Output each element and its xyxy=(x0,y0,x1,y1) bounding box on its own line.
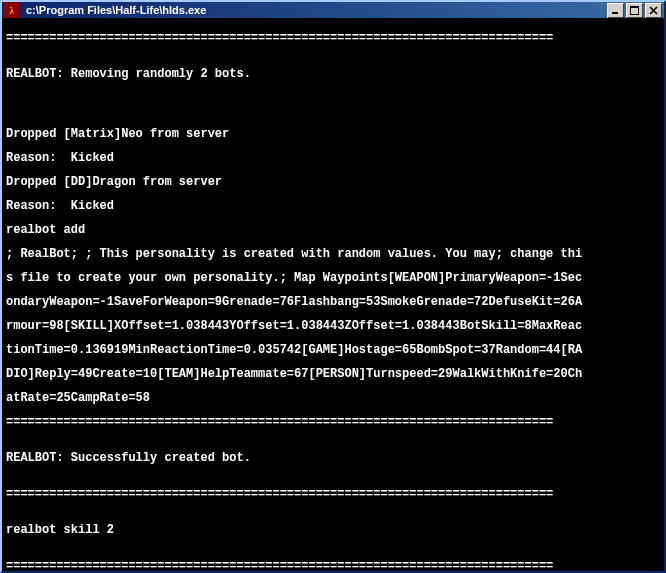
console-line: ========================================… xyxy=(6,416,660,428)
console-line: ========================================… xyxy=(6,488,660,500)
maximize-icon xyxy=(630,6,639,15)
svg-rect-0 xyxy=(612,12,618,14)
console-line: ========================================… xyxy=(6,560,660,571)
console-line: tionTime=0.136919MinReactionTime=0.03574… xyxy=(6,344,660,356)
close-icon xyxy=(649,6,658,15)
half-life-icon xyxy=(4,2,20,18)
console-line: ; RealBot; ; This personality is created… xyxy=(6,248,660,260)
console-line: realbot skill 2 xyxy=(6,524,660,536)
console-line: Dropped [DD]Dragon from server xyxy=(6,176,660,188)
console-line: REALBOT: Removing randomly 2 bots. xyxy=(6,68,660,80)
console-line: REALBOT: Successfully created bot. xyxy=(6,452,660,464)
app-window: c:\Program Files\Half-Life\hlds.exe ====… xyxy=(0,0,666,573)
console-line: Dropped [Matrix]Neo from server xyxy=(6,128,660,140)
console-line: DIO]Reply=49Create=10[TEAM]HelpTeammate=… xyxy=(6,368,660,380)
console-line: rmour=98[SKILL]XOffset=1.038443YOffset=1… xyxy=(6,320,660,332)
maximize-button[interactable] xyxy=(626,3,643,18)
console-line: Reason: Kicked xyxy=(6,200,660,212)
title-bar[interactable]: c:\Program Files\Half-Life\hlds.exe xyxy=(2,2,664,18)
console-line: s file to create your own personality.; … xyxy=(6,272,660,284)
console-line: atRate=25CampRate=58 xyxy=(6,392,660,404)
close-button[interactable] xyxy=(645,3,662,18)
console-line: ========================================… xyxy=(6,32,660,44)
window-controls xyxy=(607,3,662,18)
console-line: Reason: Kicked xyxy=(6,152,660,164)
console-line: ondaryWeapon=-1SaveForWeapon=9Grenade=76… xyxy=(6,296,660,308)
minimize-icon xyxy=(611,6,620,15)
minimize-button[interactable] xyxy=(607,3,624,18)
console-output: ========================================… xyxy=(2,18,664,571)
window-title: c:\Program Files\Half-Life\hlds.exe xyxy=(24,4,607,16)
console-line: realbot add xyxy=(6,224,660,236)
svg-rect-2 xyxy=(630,6,639,8)
